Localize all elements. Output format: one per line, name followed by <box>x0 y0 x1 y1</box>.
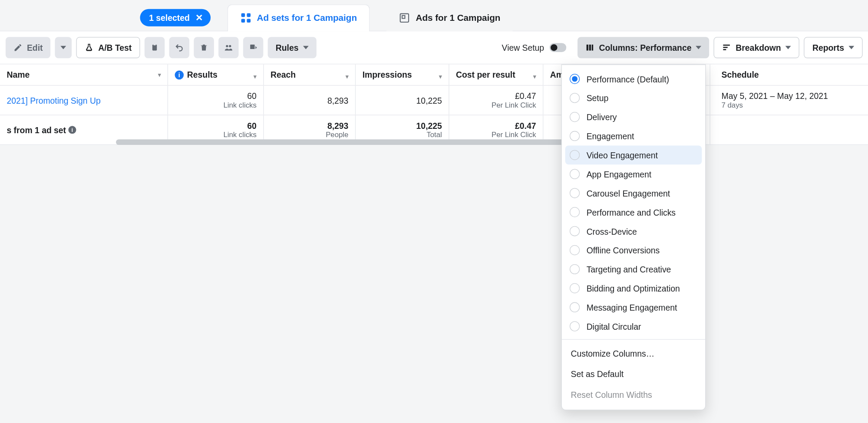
radio-icon <box>570 264 580 274</box>
svg-rect-14 <box>723 45 730 46</box>
col-reach[interactable]: Reach ▾ <box>264 64 356 85</box>
export-button[interactable] <box>243 37 263 58</box>
dropdown-item-targeting-creative[interactable]: Targeting and Creative <box>562 260 705 279</box>
table-totals: s from 1 ad set i 60 Link clicks 8,293 P… <box>0 115 868 145</box>
audience-button[interactable] <box>218 37 238 58</box>
dropdown-item-label: Video Engagement <box>587 150 658 160</box>
set-as-default[interactable]: Set as Default <box>562 364 705 385</box>
people-icon <box>224 43 233 52</box>
svg-rect-7 <box>154 44 156 45</box>
dropdown-item-label: Bidding and Optimization <box>587 283 680 293</box>
reach-value: 8,293 <box>327 95 348 105</box>
flask-icon <box>85 43 94 52</box>
dropdown-item-messaging-engagement[interactable]: Messaging Engagement <box>562 298 705 317</box>
tab-adsets[interactable]: Ad sets for 1 Campaign <box>227 4 370 31</box>
dropdown-item-engagement[interactable]: Engagement <box>562 127 705 146</box>
schedule-sub: 7 days <box>722 101 855 109</box>
rules-label: Rules <box>276 43 299 52</box>
radio-icon <box>570 74 580 84</box>
dropdown-item-setup[interactable]: Setup <box>562 89 705 108</box>
dropdown-item-label: App Engagement <box>587 169 652 179</box>
dropdown-item-video-engagement[interactable]: Video Engagement <box>565 145 702 164</box>
svg-point-9 <box>229 45 231 47</box>
dropdown-item-performance[interactable]: Performance (Default) <box>562 69 705 89</box>
chevron-down-icon <box>61 46 66 49</box>
radio-icon <box>570 188 580 198</box>
selection-chip[interactable]: 1 selected ✕ <box>140 9 211 26</box>
edit-dropdown-button[interactable] <box>55 37 72 58</box>
duplicate-button[interactable] <box>145 37 165 58</box>
close-icon[interactable]: ✕ <box>195 12 203 23</box>
abtest-button[interactable]: A/B Test <box>76 37 140 58</box>
ad-icon <box>399 12 410 23</box>
dropdown-item-performance-clicks[interactable]: Performance and Clicks <box>562 203 705 222</box>
col-results[interactable]: i Results ▾ <box>168 64 264 85</box>
breakdown-label: Breakdown <box>736 43 781 52</box>
col-name[interactable]: Name ▾ <box>0 64 168 85</box>
columns-button[interactable]: Columns: Performance <box>578 37 710 58</box>
abtest-label: A/B Test <box>98 43 132 52</box>
dropdown-item-cross-device[interactable]: Cross-Device <box>562 222 705 241</box>
chevron-down-icon <box>696 46 702 49</box>
schedule-value: May 5, 2021 – May 12, 2021 <box>722 91 855 101</box>
radio-icon <box>570 245 580 255</box>
radio-icon <box>570 226 580 236</box>
table-row[interactable]: 2021] Promoting Sign Up 60 Link clicks 8… <box>0 85 868 115</box>
selection-chip-label: 1 selected <box>149 13 190 23</box>
results-sub: Link clicks <box>223 101 256 109</box>
cost-value: £0.47 <box>515 91 536 101</box>
dropdown-item-delivery[interactable]: Delivery <box>562 108 705 127</box>
chevron-down-icon <box>303 46 309 49</box>
view-setup-toggle[interactable]: View Setup <box>502 43 567 52</box>
svg-rect-12 <box>589 45 591 51</box>
delete-button[interactable] <box>194 37 214 58</box>
total-impressions: 10,225 <box>416 121 442 131</box>
export-icon <box>249 43 258 52</box>
radio-icon <box>570 93 580 103</box>
col-impressions[interactable]: Impressions ▾ <box>356 64 449 85</box>
col-cost[interactable]: Cost per result ▾ <box>449 64 544 85</box>
info-icon[interactable]: i <box>68 126 76 134</box>
col-schedule[interactable]: Schedule <box>710 64 861 85</box>
total-reach-sub: People <box>326 131 348 139</box>
dropdown-item-label: Delivery <box>587 112 617 122</box>
radio-icon <box>570 207 580 217</box>
total-impressions-sub: Total <box>426 131 442 139</box>
dropdown-item-label: Performance (Default) <box>587 74 669 84</box>
info-icon: i <box>175 71 184 80</box>
dropdown-item-label: Setup <box>587 93 609 103</box>
pencil-icon <box>13 43 23 52</box>
rules-button[interactable]: Rules <box>268 37 317 58</box>
svg-rect-6 <box>152 45 157 51</box>
col-results-label: Results <box>187 70 218 79</box>
dropdown-item-label: Performance and Clicks <box>587 207 676 217</box>
adset-name-link[interactable]: 2021] Promoting Sign Up <box>7 95 161 105</box>
undo-button[interactable] <box>169 37 189 58</box>
total-cost-sub: Per Link Click <box>492 131 536 139</box>
breakdown-button[interactable]: Breakdown <box>714 37 799 58</box>
dropdown-item-bidding-optimization[interactable]: Bidding and Optimization <box>562 279 705 298</box>
horizontal-scrollbar[interactable] <box>116 139 585 145</box>
columns-icon <box>586 43 595 52</box>
reports-button[interactable]: Reports <box>804 37 863 58</box>
tab-ads[interactable]: Ads for 1 Campaign <box>386 4 512 31</box>
columns-label: Columns: Performance <box>599 43 692 52</box>
chevron-down-icon <box>785 46 791 49</box>
radio-icon <box>570 302 580 312</box>
customize-columns[interactable]: Customize Columns… <box>562 343 705 364</box>
dropdown-item-carousel-engagement[interactable]: Carousel Engagement <box>562 184 705 203</box>
svg-rect-5 <box>402 15 405 18</box>
dropdown-item-offline-conversions[interactable]: Offline Conversions <box>562 241 705 260</box>
cost-sub: Per Link Click <box>492 101 536 109</box>
col-name-label: Name <box>7 70 30 79</box>
svg-rect-15 <box>723 47 728 48</box>
radio-icon <box>570 150 580 160</box>
radio-icon <box>570 321 580 331</box>
reset-column-widths[interactable]: Reset Column Widths <box>562 384 705 405</box>
dropdown-item-app-engagement[interactable]: App Engagement <box>562 164 705 184</box>
dropdown-item-label: Carousel Engagement <box>587 188 670 198</box>
sort-caret-icon: ▾ <box>346 73 348 79</box>
switch-icon[interactable] <box>550 43 567 52</box>
dropdown-item-digital-circular[interactable]: Digital Circular <box>562 317 705 336</box>
edit-button[interactable]: Edit <box>6 37 51 58</box>
